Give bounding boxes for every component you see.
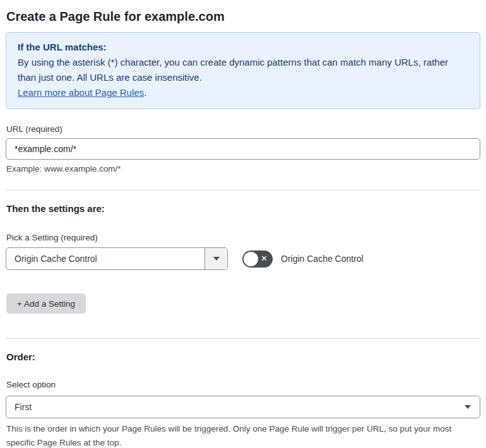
divider <box>6 338 480 339</box>
settings-section-heading: Then the settings are: <box>6 203 480 214</box>
x-icon: ✕ <box>261 254 268 262</box>
url-example-helper: Example: www.example.com/* <box>6 164 480 174</box>
order-helper-text: This is the order in which your Page Rul… <box>6 422 478 448</box>
url-field-label: URL (required) <box>6 124 480 134</box>
info-box-heading: If the URL matches: <box>18 40 468 55</box>
link-suffix: . <box>144 87 146 98</box>
setting-select[interactable]: Origin Cache Control <box>6 247 228 270</box>
info-box-body: By using the asterisk (*) character, you… <box>18 55 468 85</box>
page-title: Create a Page Rule for example.com <box>6 8 480 25</box>
toggle-knob <box>244 252 258 266</box>
setting-row: Origin Cache Control ✕ Origin Cache Cont… <box>6 247 480 270</box>
setting-select-arrow-button[interactable] <box>204 248 227 269</box>
learn-more-link[interactable]: Learn more about Page Rules <box>18 87 144 98</box>
toggle-label: Origin Cache Control <box>281 254 364 264</box>
create-page-rule-form: Create a Page Rule for example.com If th… <box>0 0 486 448</box>
divider <box>6 190 480 191</box>
order-section-heading: Order: <box>6 351 480 362</box>
chevron-down-icon <box>465 405 471 409</box>
order-select-value: First <box>15 402 32 412</box>
setting-select-value: Origin Cache Control <box>6 248 204 269</box>
pick-setting-label: Pick a Setting (required) <box>6 233 480 242</box>
order-select-label: Select option <box>6 380 480 389</box>
info-box-link-row: Learn more about Page Rules. <box>18 85 468 100</box>
url-match-info-box: If the URL matches: By using the asteris… <box>6 32 480 109</box>
add-setting-button[interactable]: + Add a Setting <box>6 293 86 314</box>
origin-cache-control-toggle[interactable]: ✕ <box>242 251 273 268</box>
url-input[interactable] <box>6 138 480 160</box>
order-select[interactable]: First <box>6 396 480 418</box>
chevron-down-icon <box>213 257 220 261</box>
